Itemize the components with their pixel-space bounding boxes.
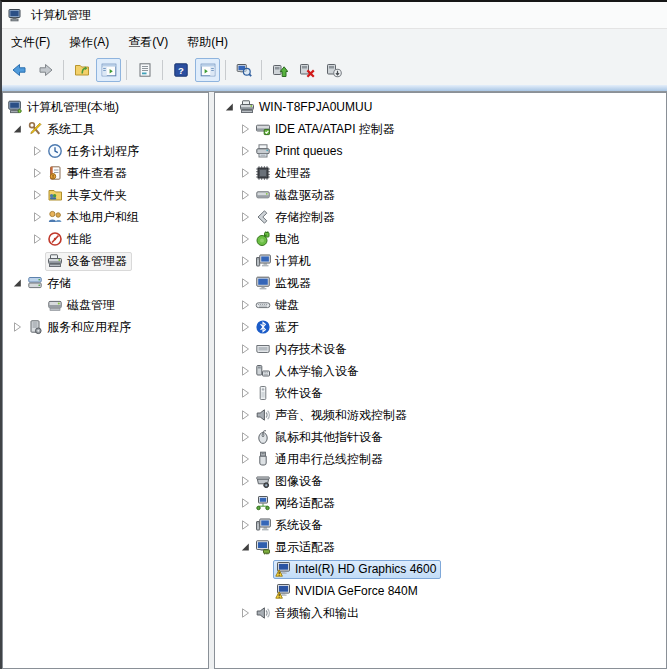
tree-item-system-tools[interactable]: 系统工具 bbox=[3, 118, 208, 140]
tree-item-label: 网络适配器 bbox=[275, 495, 335, 512]
workspace: 计算机管理(本地)系统工具任务计划程序事件查看器共享文件夹本地用户和组性能设备管… bbox=[2, 92, 667, 669]
tree-item-bluetooth[interactable]: 蓝牙 bbox=[215, 316, 666, 338]
tree-item-device-manager[interactable]: 设备管理器 bbox=[3, 250, 208, 272]
expander-collapsed-icon[interactable] bbox=[29, 187, 45, 203]
tree-item-shared-folders[interactable]: 共享文件夹 bbox=[3, 184, 208, 206]
forward-button[interactable] bbox=[33, 58, 58, 82]
tree-item-computer[interactable]: 计算机 bbox=[215, 250, 666, 272]
expander-collapsed-icon[interactable] bbox=[237, 341, 253, 357]
computer-management-window: 计算机管理 文件(F)操作(A)查看(V)帮助(H) ? 计算机管理(本地)系统… bbox=[0, 0, 667, 669]
tree-item-mice[interactable]: 鼠标和其他指针设备 bbox=[215, 426, 666, 448]
expander-collapsed-icon[interactable] bbox=[29, 231, 45, 247]
tree-item-processors[interactable]: 处理器 bbox=[215, 162, 666, 184]
window-computer-icon bbox=[7, 7, 23, 23]
menu-view[interactable]: 查看(V) bbox=[121, 30, 175, 55]
update-driver-button[interactable] bbox=[267, 58, 292, 82]
usb-icon bbox=[255, 451, 271, 467]
tree-item-software-devices[interactable]: 软件设备 bbox=[215, 382, 666, 404]
tree-item-intel-hd-graphics[interactable]: Intel(R) HD Graphics 4600 bbox=[215, 558, 666, 580]
expander-expanded-icon[interactable] bbox=[9, 275, 25, 291]
display-warning-icon bbox=[275, 561, 291, 577]
tree-item-network-adapters[interactable]: 网络适配器 bbox=[215, 492, 666, 514]
expander-collapsed-icon[interactable] bbox=[237, 297, 253, 313]
tree-item-print-queues[interactable]: Print queues bbox=[215, 140, 666, 162]
tree-item-storage-controllers[interactable]: 存储控制器 bbox=[215, 206, 666, 228]
tree-item-performance[interactable]: 性能 bbox=[3, 228, 208, 250]
tree-item-task-scheduler[interactable]: 任务计划程序 bbox=[3, 140, 208, 162]
tree-item-event-viewer[interactable]: 事件查看器 bbox=[3, 162, 208, 184]
help-button[interactable]: ? bbox=[168, 58, 193, 82]
console-tree-icon bbox=[101, 62, 117, 78]
tree-row-content: 人体学输入设备 bbox=[253, 362, 364, 381]
expander-collapsed-icon[interactable] bbox=[237, 363, 253, 379]
tree-item-label: 监视器 bbox=[275, 275, 311, 292]
expander-collapsed-icon[interactable] bbox=[29, 209, 45, 225]
disable-device-button[interactable] bbox=[321, 58, 346, 82]
back-button[interactable] bbox=[6, 58, 31, 82]
menu-help[interactable]: 帮助(H) bbox=[180, 30, 235, 55]
tree-item-storage[interactable]: 存储 bbox=[3, 272, 208, 294]
expander-collapsed-icon[interactable] bbox=[237, 517, 253, 533]
tree-item-label: 软件设备 bbox=[275, 385, 323, 402]
tree-item-monitors[interactable]: 监视器 bbox=[215, 272, 666, 294]
tree-item-computer-management-local[interactable]: 计算机管理(本地) bbox=[3, 96, 208, 118]
expander-collapsed-icon[interactable] bbox=[237, 319, 253, 335]
expander-collapsed-icon[interactable] bbox=[237, 429, 253, 445]
menu-file[interactable]: 文件(F) bbox=[4, 30, 57, 55]
tree-item-memory-devices[interactable]: 内存技术设备 bbox=[215, 338, 666, 360]
storage-icon bbox=[27, 275, 43, 291]
scan-hardware-button[interactable] bbox=[231, 58, 256, 82]
monitor-icon bbox=[255, 275, 271, 291]
expander-collapsed-icon[interactable] bbox=[29, 165, 45, 181]
device-tree-pane: WIN-T8FPJA0UMUUIDE ATA/ATAPI 控制器Print qu… bbox=[214, 92, 667, 669]
tree-item-audio-inputs-outputs[interactable]: 音频输入和输出 bbox=[215, 602, 666, 624]
expander-collapsed-icon[interactable] bbox=[237, 231, 253, 247]
tree-item-batteries[interactable]: 电池 bbox=[215, 228, 666, 250]
expander-collapsed-icon[interactable] bbox=[237, 253, 253, 269]
expander-collapsed-icon[interactable] bbox=[237, 121, 253, 137]
uninstall-device-button[interactable] bbox=[294, 58, 319, 82]
tree-item-usb-controllers[interactable]: 通用串行总线控制器 bbox=[215, 448, 666, 470]
expander-slot bbox=[29, 253, 45, 269]
expander-collapsed-icon[interactable] bbox=[237, 473, 253, 489]
tree-item-label: 存储 bbox=[47, 275, 71, 292]
tree-item-label: 系统工具 bbox=[47, 121, 95, 138]
expander-collapsed-icon[interactable] bbox=[237, 275, 253, 291]
tree-item-system-devices[interactable]: 系统设备 bbox=[215, 514, 666, 536]
expander-collapsed-icon[interactable] bbox=[237, 451, 253, 467]
tree-item-nvidia-geforce[interactable]: NVIDIA GeForce 840M bbox=[215, 580, 666, 602]
expander-collapsed-icon[interactable] bbox=[29, 143, 45, 159]
export-list-button[interactable] bbox=[132, 58, 157, 82]
tree-item-disk-management[interactable]: 磁盘管理 bbox=[3, 294, 208, 316]
expander-collapsed-icon[interactable] bbox=[237, 605, 253, 621]
tree-item-services-applications[interactable]: 服务和应用程序 bbox=[3, 316, 208, 338]
show-console-tree-button[interactable] bbox=[96, 58, 121, 82]
expander-collapsed-icon[interactable] bbox=[9, 319, 25, 335]
tree-item-label: 本地用户和组 bbox=[67, 209, 139, 226]
tree-item-disk-drives[interactable]: 磁盘驱动器 bbox=[215, 184, 666, 206]
device-manager-icon bbox=[239, 99, 255, 115]
up-one-level-button[interactable] bbox=[69, 58, 94, 82]
tree-item-display-adapters[interactable]: 显示适配器 bbox=[215, 536, 666, 558]
expander-collapsed-icon[interactable] bbox=[237, 495, 253, 511]
tree-item-keyboards[interactable]: 键盘 bbox=[215, 294, 666, 316]
tree-item-sound-controllers[interactable]: 声音、视频和游戏控制器 bbox=[215, 404, 666, 426]
show-action-pane-button[interactable] bbox=[195, 58, 220, 82]
expander-collapsed-icon[interactable] bbox=[237, 143, 253, 159]
expander-collapsed-icon[interactable] bbox=[237, 407, 253, 423]
expander-expanded-icon[interactable] bbox=[9, 121, 25, 137]
uninstall-device-icon bbox=[299, 62, 315, 78]
menu-action[interactable]: 操作(A) bbox=[62, 30, 116, 55]
tree-item-ide-controllers[interactable]: IDE ATA/ATAPI 控制器 bbox=[215, 118, 666, 140]
expander-collapsed-icon[interactable] bbox=[237, 209, 253, 225]
expander-expanded-icon[interactable] bbox=[237, 539, 253, 555]
tree-row-content: 声音、视频和游戏控制器 bbox=[253, 406, 412, 425]
tree-item-computer-root[interactable]: WIN-T8FPJA0UMUU bbox=[215, 96, 666, 118]
expander-collapsed-icon[interactable] bbox=[237, 385, 253, 401]
tree-item-imaging-devices[interactable]: 图像设备 bbox=[215, 470, 666, 492]
tree-item-hid-devices[interactable]: 人体学输入设备 bbox=[215, 360, 666, 382]
expander-collapsed-icon[interactable] bbox=[237, 165, 253, 181]
expander-expanded-icon[interactable] bbox=[221, 99, 237, 115]
expander-collapsed-icon[interactable] bbox=[237, 187, 253, 203]
tree-item-local-users-groups[interactable]: 本地用户和组 bbox=[3, 206, 208, 228]
